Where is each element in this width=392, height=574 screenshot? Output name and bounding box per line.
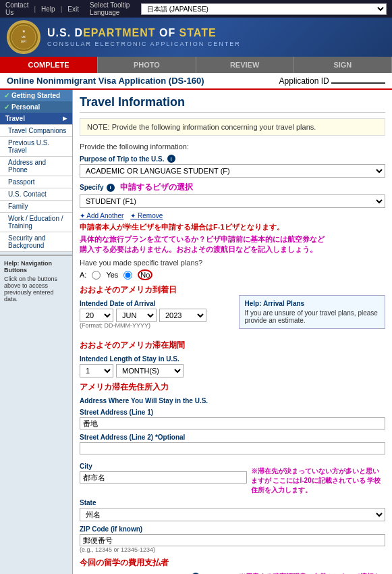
length-stay-sub: Intended Length of Stay in U.S. <box>80 355 385 363</box>
sidebar-getting-started[interactable]: ✓ Getting Started <box>0 90 72 101</box>
sidebar: ✓ Getting Started ✓ Personal Travel Trav… <box>0 90 73 574</box>
no-circle: No <box>138 269 152 280</box>
purpose-label: Purpose of Trip to the U.S. i <box>80 155 385 163</box>
app-id-label: Application ID <box>279 76 329 86</box>
help-link[interactable]: Help <box>41 5 55 13</box>
sidebar-help-text: Click on the buttons above to access pre… <box>4 276 68 303</box>
arrival-day-select[interactable]: 20 <box>80 309 113 322</box>
sidebar-personal[interactable]: ✓ Personal <box>0 101 72 113</box>
travel-plans-yes-radio[interactable] <box>92 271 101 280</box>
payer-title: 今回の留学の費用支払者 <box>80 557 385 569</box>
check-icon-personal: ✓ <box>4 103 9 111</box>
city-annotation-row: City ※滞在先が決まっていない方が多いと思いますが ここにはI-20に記載さ… <box>80 459 385 495</box>
sub-title: CONSULAR ELECTRONIC APPLICATION CENTER <box>47 41 241 47</box>
form-title: Online Nonimmigrant Visa Application (DS… <box>7 76 204 86</box>
travel-plans-row: 具体的な旅行プランを立てているか？ビザ申請前に基本的には航空券など 購入する必要… <box>80 234 385 280</box>
sidebar-previous-us-travel[interactable]: Previous U.S. Travel <box>0 137 72 157</box>
sidebar-family[interactable]: Family <box>0 201 72 213</box>
payer-annotation: ※用意する残高証明書の名義ふによって適切なものを選びましょう。 <box>239 569 385 574</box>
sidebar-security[interactable]: Security and Background <box>0 232 72 252</box>
street1-row: Street Address (Line 1) <box>80 409 385 429</box>
app-id-value <box>331 82 385 84</box>
purpose-field-row: Purpose of Trip to the U.S. i ACADEMIC O… <box>80 155 385 178</box>
sidebar-getting-started-label: Getting Started <box>11 92 60 99</box>
travel-plans-annotation-body: 購入する必要はありません。おおよその渡航日などを記入しましょう。 <box>80 244 385 255</box>
no-label: No <box>138 269 152 280</box>
svg-text:DEPT: DEPT <box>21 41 26 43</box>
street2-row: Street Address (Line 2) *Optional <box>80 434 385 454</box>
language-select[interactable]: 日本語 (JAPANESE) <box>141 3 387 15</box>
provide-label: Provide the following information: <box>80 142 385 151</box>
arrival-year-select[interactable]: 2023 <box>159 309 206 322</box>
length-row: 1 MONTH(S) <box>80 364 385 377</box>
note-box: NOTE: Provide the following information … <box>80 118 385 136</box>
tab-review[interactable]: REVIEW <box>196 57 294 73</box>
arrival-month-select[interactable]: JUN <box>116 309 157 322</box>
street1-input[interactable] <box>80 417 385 429</box>
state-select[interactable]: 州名 <box>80 508 385 521</box>
city-input[interactable] <box>80 471 247 484</box>
street1-label: Street Address (Line 1) <box>80 409 385 416</box>
zip-input[interactable] <box>80 534 385 546</box>
length-unit-select[interactable]: MONTH(S) <box>116 364 184 377</box>
contact-link[interactable]: Contact Us <box>5 1 28 16</box>
travel-plans-annotation-title: 具体的な旅行プランを立てているか？ビザ申請前に基本的には航空券など <box>80 234 385 244</box>
help-arrival-panel: Help: Arrival Plans If you are unsure of… <box>239 295 385 329</box>
address-sub: Address Where You Will Stay in the U.S. <box>80 397 385 405</box>
street2-label: Street Address (Line 2) *Optional <box>80 434 385 441</box>
add-another-link[interactable]: Add Another <box>80 212 123 219</box>
travel-plans-question: Have you made specific travel plans? <box>80 259 385 267</box>
exit-link[interactable]: Exit <box>67 5 79 13</box>
travel-plans-no-radio[interactable] <box>123 271 132 280</box>
city-label: City <box>80 463 247 470</box>
purpose-select[interactable]: ACADEMIC OR LANGUAGE STUDENT (F) <box>80 164 385 178</box>
payer-select-row: Person/Entity Paying for Your Trip i SEL… <box>80 569 385 574</box>
app-id-area: Application ID <box>279 76 385 86</box>
add-remove-row: Add Another Remove <box>80 212 385 219</box>
address-annotation: ※滞在先が決まっていない方が多いと思いますが ここにはI-20に記載されている … <box>251 459 385 495</box>
tab-complete[interactable]: COMPLETE <box>0 57 98 73</box>
sidebar-work-education[interactable]: Work / Education / Training <box>0 213 72 232</box>
visa-select-annotation: 申請するビザの選択 <box>120 182 193 193</box>
state-label: State <box>80 499 385 506</box>
city-col: City <box>80 459 247 495</box>
travel-plans-radio-row: A: Yes No <box>80 269 385 280</box>
street2-input[interactable] <box>80 442 385 454</box>
remove-link[interactable]: Remove <box>130 212 163 219</box>
length-stay-row: おおよそのアメリカ滞在期間 Intended Length of Stay in… <box>80 340 385 377</box>
page-title: Travel Information <box>80 95 385 113</box>
help-arrival-text: If you are unsure of your travel plans, … <box>245 309 379 324</box>
sidebar-help-title: Help: Navigation Buttons <box>4 260 68 273</box>
specify-select[interactable]: STUDENT (F1) <box>80 194 385 208</box>
annotation-f1-visa: 申請者本人が学生ビザを申請する場合はF-1ビザとなります。 <box>80 222 385 232</box>
sidebar-us-contact[interactable]: U.S. Contact <box>0 188 72 201</box>
specify-info-icon[interactable]: i <box>107 184 115 192</box>
tab-sign[interactable]: SIGN <box>294 57 392 73</box>
tab-photo[interactable]: PHOTO <box>98 57 196 73</box>
travel-plans-a-label: A: <box>80 271 86 279</box>
arrival-date-row: おおよそのアメリカ到着日 Intended Date of Arrival 20… <box>80 284 385 336</box>
top-bar: Contact Us | Help | Exit Select Tooltip … <box>0 0 392 18</box>
check-icon: ✓ <box>4 92 9 99</box>
sidebar-passport[interactable]: Passport <box>0 176 72 188</box>
sidebar-travel[interactable]: Travel <box>0 113 72 125</box>
length-value-select[interactable]: 1 <box>80 364 113 377</box>
zip-hint: (e.g., 12345 or 12345-1234) <box>80 546 385 553</box>
page-title-bar: Online Nonimmigrant Visa Application (DS… <box>0 73 392 90</box>
state-row: State 州名 <box>80 499 385 521</box>
site-header: ★ US DEPT U.S. DEPARTMENT of STATE CONSU… <box>0 18 392 57</box>
zip-row: ZIP Code (if known) (e.g., 12345 or 1234… <box>80 525 385 553</box>
specify-label: Specify i 申請するビザの選択 <box>80 182 385 193</box>
main-layout: ✓ Getting Started ✓ Personal Travel Trav… <box>0 90 392 574</box>
length-stay-title: おおよそのアメリカ滞在期間 <box>80 340 385 351</box>
purpose-info-icon[interactable]: i <box>167 155 175 163</box>
yes-label: Yes <box>106 271 118 279</box>
sidebar-address-phone[interactable]: Address and Phone <box>0 157 72 176</box>
sidebar-travel-label: Travel <box>5 115 25 122</box>
sidebar-travel-companions[interactable]: Travel Companions <box>0 125 72 137</box>
help-arrival-title: Help: Arrival Plans <box>245 300 379 307</box>
department-seal: ★ US DEPT <box>7 20 40 54</box>
nav-tabs: COMPLETE PHOTO REVIEW SIGN <box>0 57 392 73</box>
address-title: アメリカ滞在先住所入力 <box>80 382 385 393</box>
sidebar-personal-label: Personal <box>11 103 40 111</box>
